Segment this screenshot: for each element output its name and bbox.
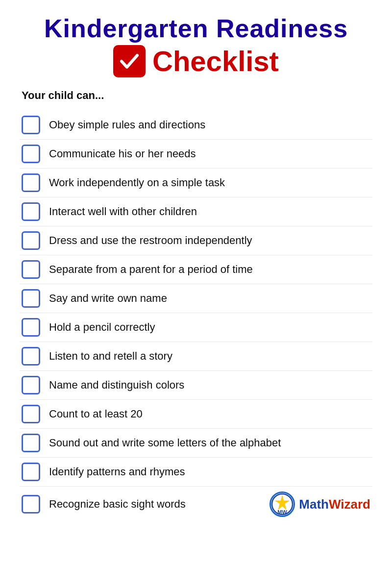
item-text-11: Count to at least 20 (49, 407, 143, 421)
checkbox-5[interactable] (22, 231, 40, 250)
list-item: Say and write own name (20, 284, 372, 313)
subtitle: Your child can... (22, 89, 372, 102)
brand-name-text: MathWizard (299, 497, 370, 512)
item-text-2: Communicate his or her needs (49, 147, 196, 161)
header: Kindergarten Readiness Checklist (20, 15, 372, 77)
list-item: Hold a pencil correctly (20, 313, 372, 342)
item-text-7: Say and write own name (49, 292, 167, 306)
list-item: Work independently on a simple task (20, 169, 372, 197)
checkmark-icon (113, 45, 146, 77)
item-text-14: Recognize basic sight words (49, 497, 186, 512)
logo-emblem: MW (270, 491, 295, 517)
item-text-6: Separate from a parent for a period of t… (49, 263, 253, 277)
item-text-10: Name and distinguish colors (49, 378, 184, 392)
list-item: Separate from a parent for a period of t… (20, 255, 372, 284)
title-line1: Kindergarten Readiness (20, 15, 372, 43)
item-text-13: Identify patterns and rhymes (49, 465, 185, 479)
checkbox-9[interactable] (22, 347, 40, 366)
checkbox-2[interactable] (22, 145, 40, 163)
checkbox-7[interactable] (22, 289, 40, 308)
title-line2: Checklist (20, 45, 372, 77)
item-text-12: Sound out and write some letters of the … (49, 436, 281, 450)
list-item: Count to at least 20 (20, 400, 372, 429)
checkbox-14[interactable] (22, 495, 40, 514)
list-item: Listen to and retell a story (20, 342, 372, 371)
list-item: Obey simple rules and directions (20, 111, 372, 140)
svg-text:MW: MW (278, 509, 288, 515)
brand-wizard: Wizard (329, 497, 370, 512)
item-text-1: Obey simple rules and directions (49, 118, 205, 132)
checkbox-1[interactable] (22, 116, 40, 134)
item-text-5: Dress and use the restroom independently (49, 234, 252, 248)
list-item: Name and distinguish colors (20, 371, 372, 400)
checkbox-6[interactable] (22, 260, 40, 279)
list-item: Sound out and write some letters of the … (20, 429, 372, 458)
checkbox-4[interactable] (22, 202, 40, 221)
item-text-4: Interact well with other children (49, 205, 197, 219)
brand-logo: MW MathWizard (270, 491, 370, 517)
item-text-8: Hold a pencil correctly (49, 320, 155, 335)
brand-math: Math (299, 497, 329, 512)
checkbox-10[interactable] (22, 376, 40, 394)
item-text-3: Work independently on a simple task (49, 176, 225, 190)
list-item: Identify patterns and rhymes (20, 458, 372, 487)
checkbox-11[interactable] (22, 405, 40, 423)
checkbox-12[interactable] (22, 434, 40, 452)
list-item: Interact well with other children (20, 197, 372, 226)
list-item: Recognize basic sight words MW (20, 487, 372, 522)
checklist-word: Checklist (152, 45, 279, 77)
checkbox-3[interactable] (22, 173, 40, 192)
item-text-9: Listen to and retell a story (49, 349, 172, 364)
list-item: Communicate his or her needs (20, 140, 372, 169)
page-container: Kindergarten Readiness Checklist Your ch… (20, 15, 372, 522)
checklist: Obey simple rules and directions Communi… (20, 111, 372, 522)
checkbox-8[interactable] (22, 318, 40, 337)
list-item: Dress and use the restroom independently (20, 226, 372, 255)
checkbox-13[interactable] (22, 463, 40, 481)
